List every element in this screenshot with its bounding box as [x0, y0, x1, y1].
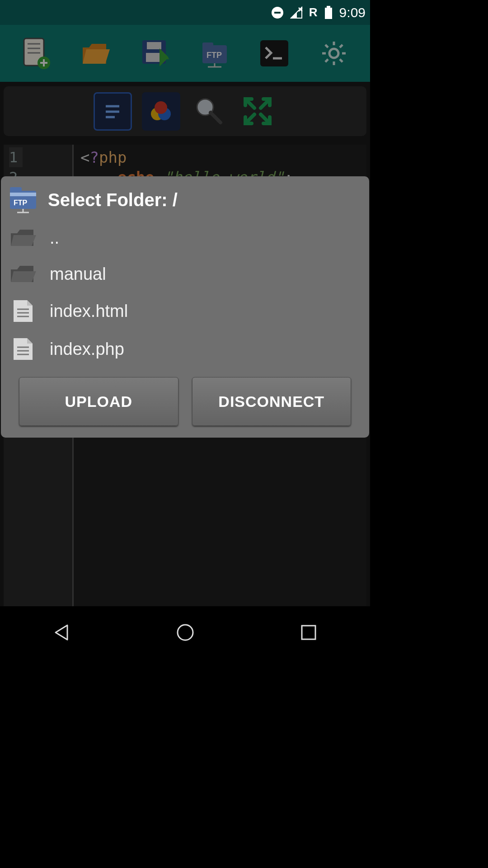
clock-label: 9:09 — [339, 5, 366, 20]
list-item[interactable]: index.html — [5, 292, 369, 330]
svg-marker-63 — [56, 625, 67, 640]
list-item[interactable]: .. — [5, 220, 369, 256]
network-type-label: R — [309, 5, 318, 19]
svg-text:FTP: FTP — [14, 199, 28, 207]
home-button[interactable] — [173, 620, 198, 645]
svg-rect-65 — [302, 626, 315, 639]
battery-icon — [324, 6, 333, 19]
list-item-label: .. — [50, 228, 59, 248]
list-item[interactable]: manual — [5, 256, 369, 292]
disconnect-button[interactable]: DISCONNECT — [192, 377, 352, 426]
folder-list: .. manual index.html index.php — [1, 220, 369, 373]
folder-open-icon — [9, 226, 37, 250]
list-item[interactable]: index.php — [5, 330, 369, 368]
recents-button[interactable] — [296, 620, 321, 645]
select-folder-dialog: FTP Select Folder: / .. manual index.htm… — [1, 176, 369, 438]
system-nav-bar — [0, 606, 370, 658]
dnd-icon — [271, 6, 284, 19]
upload-button[interactable]: UPLOAD — [19, 377, 178, 426]
list-item-label: index.html — [50, 302, 128, 321]
signal-icon — [290, 6, 303, 19]
svg-rect-52 — [10, 187, 22, 193]
file-icon — [9, 336, 37, 362]
list-item-label: index.php — [50, 340, 124, 359]
ftp-folder-icon: FTP — [7, 184, 39, 215]
svg-point-64 — [178, 625, 193, 640]
back-button[interactable] — [49, 620, 75, 645]
svg-rect-6 — [325, 8, 332, 19]
list-item-label: manual — [50, 264, 106, 284]
svg-rect-53 — [10, 193, 36, 196]
svg-rect-7 — [327, 6, 330, 8]
folder-icon — [9, 262, 37, 286]
dialog-title: Select Folder: / — [48, 190, 178, 210]
file-icon — [9, 298, 37, 324]
svg-rect-1 — [274, 12, 281, 14]
status-bar: R 9:09 — [0, 0, 370, 25]
